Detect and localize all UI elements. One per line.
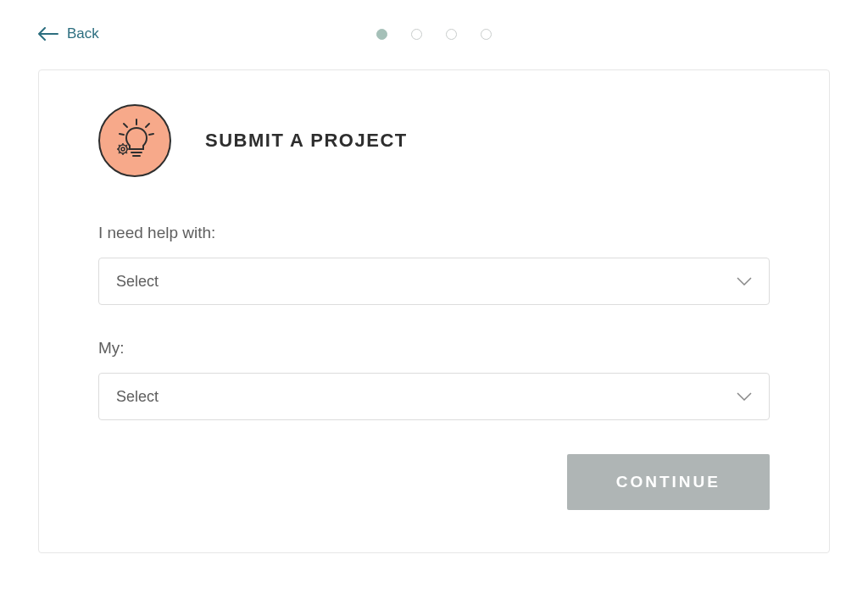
form-card: SUBMIT A PROJECT I need help with: Selec…: [38, 69, 830, 553]
button-row: CONTINUE: [98, 454, 770, 510]
svg-line-3: [124, 124, 127, 127]
progress-indicator: [376, 29, 492, 40]
progress-dot-2: [411, 29, 422, 40]
page-title: SUBMIT A PROJECT: [205, 130, 408, 152]
back-button[interactable]: Back: [38, 25, 99, 42]
svg-line-15: [126, 145, 128, 147]
my-selected-value: Select: [116, 388, 159, 406]
progress-dot-3: [446, 29, 457, 40]
my-field: My: Select: [98, 339, 770, 420]
progress-dot-1: [376, 29, 387, 40]
svg-line-5: [120, 134, 124, 135]
svg-line-13: [119, 145, 120, 147]
project-idea-icon: [98, 104, 171, 177]
help-with-select[interactable]: Select: [98, 258, 770, 305]
svg-line-4: [146, 124, 149, 127]
help-with-selected-value: Select: [116, 273, 159, 291]
svg-line-14: [126, 152, 128, 154]
svg-line-6: [149, 134, 153, 135]
arrow-left-icon: [38, 27, 58, 41]
back-label: Back: [67, 25, 99, 42]
help-with-field: I need help with: Select: [98, 224, 770, 305]
progress-dot-4: [481, 29, 492, 40]
chevron-down-icon: [737, 392, 752, 401]
my-select[interactable]: Select: [98, 373, 770, 420]
chevron-down-icon: [737, 277, 752, 286]
svg-line-16: [119, 152, 120, 154]
help-with-label: I need help with:: [98, 224, 770, 242]
card-header: SUBMIT A PROJECT: [98, 104, 770, 177]
top-navigation: Back: [38, 17, 830, 51]
continue-button[interactable]: CONTINUE: [567, 454, 770, 510]
svg-point-8: [121, 147, 125, 151]
my-label: My:: [98, 339, 770, 358]
